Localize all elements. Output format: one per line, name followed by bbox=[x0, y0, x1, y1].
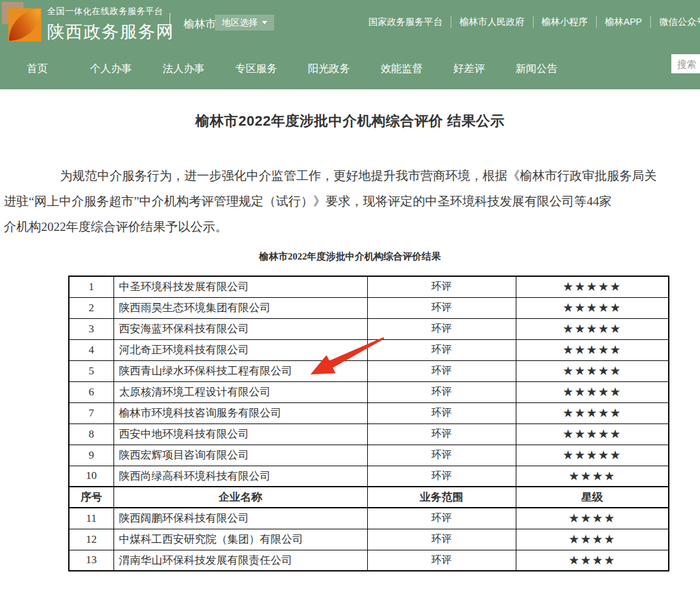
cell-star-rating: ★★★★★ bbox=[516, 339, 669, 360]
table-body: 1中圣环境科技发展有限公司环评★★★★★2陕西雨昊生态环境集团有限公司环评★★★… bbox=[69, 276, 669, 571]
cell-business-scope: 环评 bbox=[367, 360, 516, 381]
cell-star-rating: ★★★★ bbox=[516, 550, 669, 571]
cell-business-scope: 环评 bbox=[367, 297, 516, 318]
column-header: 星级 bbox=[516, 487, 669, 508]
nav-item[interactable]: 专区服务 bbox=[235, 62, 277, 76]
column-header: 序号 bbox=[69, 487, 113, 508]
nav-item[interactable]: 阳光政务 bbox=[308, 62, 350, 76]
cell-company-name: 西安海蓝环保科技有限公司 bbox=[113, 318, 367, 339]
main-nav: 首页个人办事法人办事专区服务阳光政务效能监督好差评新闻公告 bbox=[0, 48, 700, 89]
cell-index: 12 bbox=[69, 529, 113, 550]
cell-index: 2 bbox=[69, 297, 113, 318]
table-row: 1中圣环境科技发展有限公司环评★★★★★ bbox=[69, 276, 669, 297]
table-row: 13渭南华山环保科技发展有限责任公司环评★★★★ bbox=[69, 550, 669, 571]
search-box bbox=[671, 54, 700, 73]
chevron-down-icon bbox=[262, 21, 267, 24]
cell-star-rating: ★★★★★ bbox=[516, 360, 669, 381]
cell-index: 4 bbox=[69, 339, 113, 360]
cell-business-scope: 环评 bbox=[367, 318, 516, 339]
table-row: 3西安海蓝环保科技有限公司环评★★★★★ bbox=[69, 318, 669, 339]
article: 榆林市2022年度涉批中介机构综合评价 结果公示 为规范中介服务行为，进一步强化… bbox=[0, 89, 700, 571]
site-header: 全国一体化在线政务服务平台 陕西政务服务网 榆林市 地区选择 国家政务服务平台榆… bbox=[0, 0, 700, 89]
table-row: 8西安中地环境科技有限公司环评★★★★★ bbox=[69, 424, 669, 445]
paragraph-line: 介机构2022年度综合评价结果予以公示。 bbox=[4, 214, 700, 240]
leaf-shape bbox=[9, 9, 41, 41]
platform-label: 全国一体化在线政务服务平台 bbox=[47, 6, 175, 17]
article-paragraph: 为规范中介服务行为，进一步强化中介监管工作，更好地提升我市营商环境，根据《榆林市… bbox=[4, 163, 700, 240]
cell-company-name: 渭南华山环保科技发展有限责任公司 bbox=[113, 550, 367, 571]
cell-index: 11 bbox=[69, 508, 113, 529]
cell-star-rating: ★★★★★ bbox=[516, 318, 669, 339]
cell-company-name: 陕西阔鹏环保科技有限公司 bbox=[113, 508, 367, 529]
cell-star-rating: ★★★★★ bbox=[516, 402, 669, 424]
top-link[interactable]: 榆林市人民政府 bbox=[451, 16, 534, 28]
table-row: 5陕西青山绿水环保科技工程有限公司环评★★★★★ bbox=[69, 360, 669, 381]
cell-star-rating: ★★★★★ bbox=[516, 445, 669, 466]
column-header: 业务范围 bbox=[367, 487, 516, 508]
nav-item[interactable]: 新闻公告 bbox=[516, 62, 558, 76]
cell-index: 7 bbox=[69, 402, 113, 424]
cell-business-scope: 环评 bbox=[367, 276, 516, 297]
cell-company-name: 陕西尚绿高科环境科技有限公司 bbox=[113, 466, 367, 487]
table-header-row: 序号企业名称业务范围星级 bbox=[69, 487, 669, 508]
site-name: 陕西政务服务网 bbox=[47, 20, 175, 43]
cell-company-name: 榆林市环境科技咨询服务有限公司 bbox=[113, 402, 367, 424]
cell-company-name: 陕西青山绿水环保科技工程有限公司 bbox=[113, 360, 367, 381]
column-header: 企业名称 bbox=[113, 487, 367, 508]
region-select-button[interactable]: 地区选择 bbox=[215, 15, 274, 31]
table-row: 7榆林市环境科技咨询服务有限公司环评★★★★★ bbox=[69, 402, 669, 424]
cell-company-name: 中圣环境科技发展有限公司 bbox=[113, 276, 367, 297]
top-link[interactable]: 榆林小程序 bbox=[534, 16, 597, 28]
paragraph-line: 为规范中介服务行为，进一步强化中介监管工作，更好地提升我市营商环境，根据《榆林市… bbox=[4, 163, 700, 189]
nav-item[interactable]: 法人办事 bbox=[163, 62, 205, 76]
cell-star-rating: ★★★★★ bbox=[516, 424, 669, 445]
search-input[interactable] bbox=[671, 54, 700, 73]
cell-business-scope: 环评 bbox=[367, 402, 516, 424]
top-link[interactable]: 微信公众号 bbox=[651, 16, 700, 28]
evaluation-table: 1中圣环境科技发展有限公司环评★★★★★2陕西雨昊生态环境集团有限公司环评★★★… bbox=[68, 276, 669, 571]
cell-index: 8 bbox=[69, 424, 113, 445]
page-title: 榆林市2022年度涉批中介机构综合评价 结果公示 bbox=[0, 112, 700, 130]
table-row: 2陕西雨昊生态环境集团有限公司环评★★★★★ bbox=[69, 297, 669, 318]
nav-item[interactable]: 首页 bbox=[27, 62, 48, 76]
cell-index: 6 bbox=[69, 381, 113, 402]
nav-item[interactable]: 效能监督 bbox=[381, 62, 423, 76]
cell-business-scope: 环评 bbox=[367, 424, 516, 445]
table-row: 6太原核清环境工程设计有限公司环评★★★★★ bbox=[69, 381, 669, 402]
cell-index: 13 bbox=[69, 550, 113, 571]
cell-star-rating: ★★★★ bbox=[516, 466, 669, 487]
cell-business-scope: 环评 bbox=[367, 466, 516, 487]
site-logo bbox=[2, 2, 43, 43]
cell-star-rating: ★★★★ bbox=[516, 508, 669, 529]
cell-company-name: 河北奇正环境科技有限公司 bbox=[113, 339, 367, 360]
cell-company-name: 陕西宏辉项目咨询有限公司 bbox=[113, 445, 367, 466]
cell-company-name: 太原核清环境工程设计有限公司 bbox=[113, 381, 367, 402]
site-titles: 全国一体化在线政务服务平台 陕西政务服务网 bbox=[47, 6, 175, 43]
header-top-bar: 全国一体化在线政务服务平台 陕西政务服务网 榆林市 地区选择 国家政务服务平台榆… bbox=[0, 0, 700, 48]
nav-items: 首页个人办事法人办事专区服务阳光政务效能监督好差评新闻公告 bbox=[0, 48, 700, 89]
top-link[interactable]: 榆林APP bbox=[597, 16, 651, 28]
table-row: 10陕西尚绿高科环境科技有限公司环评★★★★ bbox=[69, 466, 669, 487]
nav-item[interactable]: 个人办事 bbox=[90, 62, 132, 76]
cell-index: 5 bbox=[69, 360, 113, 381]
cell-star-rating: ★★★★★ bbox=[516, 276, 669, 297]
nav-item[interactable]: 好差评 bbox=[453, 62, 485, 76]
logo-leaf-icon bbox=[8, 8, 41, 41]
table-row: 12中煤科工西安研究院（集团）有限公司环评★★★★ bbox=[69, 529, 669, 550]
cell-business-scope: 环评 bbox=[367, 381, 516, 402]
table-row: 11陕西阔鹏环保科技有限公司环评★★★★ bbox=[69, 508, 669, 529]
top-link[interactable]: 国家政务服务平台 bbox=[368, 16, 451, 28]
paragraph-line: 进驻“网上中介服务超市”中介机构考评管理规定（试行）》要求，现将评定的中圣环境科… bbox=[4, 189, 700, 214]
cell-company-name: 西安中地环境科技有限公司 bbox=[113, 424, 367, 445]
table-row: 9陕西宏辉项目咨询有限公司环评★★★★★ bbox=[69, 445, 669, 466]
table-caption: 榆林市2022年度涉批中介机构综合评价结果 bbox=[0, 250, 700, 263]
cell-star-rating: ★★★★★ bbox=[516, 297, 669, 318]
cell-star-rating: ★★★★ bbox=[516, 529, 669, 550]
cell-company-name: 陕西雨昊生态环境集团有限公司 bbox=[113, 297, 367, 318]
cell-business-scope: 环评 bbox=[367, 339, 516, 360]
cell-business-scope: 环评 bbox=[367, 445, 516, 466]
current-city-label: 榆林市 bbox=[184, 17, 216, 31]
cell-business-scope: 环评 bbox=[367, 508, 516, 529]
header-divider bbox=[170, 13, 170, 34]
cell-business-scope: 环评 bbox=[367, 550, 516, 571]
